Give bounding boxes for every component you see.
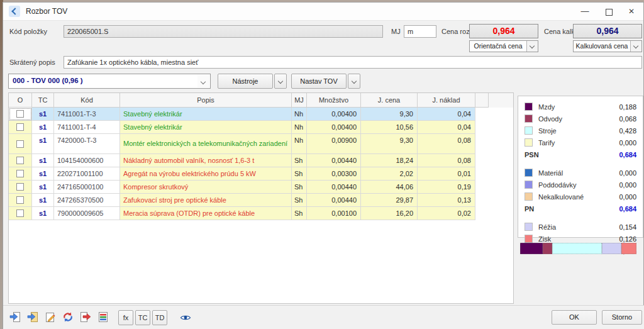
table-row[interactable]: s17420000-T-3Montér elektronických a tel… <box>9 134 513 154</box>
color-swatch <box>525 192 533 201</box>
column-header-o[interactable]: O <box>9 93 32 108</box>
table-row[interactable]: s1790000009605Meracia súprava (OTDR) pre… <box>9 207 513 220</box>
chevron-down-icon <box>197 75 209 87</box>
legend-value: 0,000 <box>619 169 636 177</box>
column-header-j-n-klad[interactable]: J. náklad <box>418 93 475 108</box>
mj-cell: Sh <box>292 194 307 207</box>
maximize-button[interactable] <box>598 3 619 20</box>
row-checkbox[interactable] <box>16 123 24 131</box>
o-cell <box>9 181 32 194</box>
storno-button[interactable]: Storno <box>602 310 642 325</box>
column-header-mno-stvo[interactable]: Množstvo <box>307 93 361 108</box>
legend-value: 0,068 <box>619 115 636 123</box>
table-body: s17411001-T-3Stavebný elektrikárNh0,0040… <box>9 108 513 220</box>
j-naklad-cell: 0,08 <box>418 134 475 154</box>
screen: Rozbor TOV — ✕ Kód položky 220065001.S M… <box>0 0 644 329</box>
mj-cell: Sh <box>292 207 307 220</box>
legend-item: Mzdy0,188 <box>525 101 636 113</box>
export-icon[interactable] <box>80 311 91 323</box>
tc-cell: s1 <box>32 108 54 121</box>
j-cena-cell: 44,06 <box>361 181 418 194</box>
popis-cell: Meracia súprava (OTDR) pre optické káble <box>120 207 292 220</box>
nastroje-button[interactable]: Nástroje <box>218 74 273 89</box>
legend-item: Poddodávky0,000 <box>525 179 636 191</box>
skrateny-popis-field[interactable]: Zafúkanie 1x optického kábla, miestna si… <box>64 56 642 69</box>
legend-value: 0,126 <box>619 235 636 243</box>
tc-cell: s1 <box>32 207 54 220</box>
kod-cell: 790000009605 <box>54 207 120 220</box>
list-icon[interactable] <box>97 311 109 323</box>
edit-icon[interactable] <box>45 311 56 323</box>
o-cell <box>9 207 32 220</box>
j-naklad-cell: 0,19 <box>418 181 475 194</box>
minimize-button[interactable]: — <box>574 3 596 20</box>
table-row[interactable]: s1104154000600Nákladný automobil valník,… <box>9 154 513 167</box>
j-cena-cell: 10,56 <box>361 121 418 134</box>
row-checkbox[interactable] <box>16 196 24 204</box>
color-swatch <box>525 103 533 111</box>
back-button[interactable] <box>9 6 20 17</box>
cost-distribution-bar <box>520 243 641 254</box>
nastav-tov-dropdown-button[interactable] <box>348 74 360 89</box>
row-checkbox[interactable] <box>16 183 24 191</box>
tc-cell: s1 <box>32 194 54 207</box>
legend-label: Poddodávky <box>538 181 619 189</box>
column-header-popis[interactable]: Popis <box>120 93 292 108</box>
window-title: Rozbor TOV <box>26 7 67 16</box>
eye-icon[interactable] <box>180 312 191 323</box>
mnozstvo-cell: 0,00400 <box>307 121 361 134</box>
cena-rozp-value: 0,964 <box>469 24 538 38</box>
row-checkbox[interactable] <box>16 110 24 118</box>
import-catalog-icon[interactable] <box>27 311 38 323</box>
mj-label: MJ <box>391 28 401 35</box>
fx-button[interactable]: fx <box>118 310 133 325</box>
column-header-j-cena[interactable]: J. cena <box>361 93 418 108</box>
table-row[interactable]: s17411001-T-3Stavebný elektrikárNh0,0040… <box>9 108 513 121</box>
column-header-k-d[interactable]: Kód <box>54 93 120 108</box>
import-row-icon[interactable] <box>9 311 21 323</box>
column-header-tc[interactable]: TC <box>32 93 54 108</box>
legend-label: Odvody <box>538 115 619 123</box>
cena-kalk-mode-select[interactable]: Kalkulovaná cena <box>573 40 642 52</box>
legend-item: Réžia0,154 <box>525 221 636 233</box>
mj-field[interactable]: m <box>404 25 436 38</box>
kod-polozky-field[interactable]: 220065001.S <box>64 25 383 38</box>
o-cell <box>9 108 32 121</box>
j-cena-cell: 16,20 <box>361 207 418 220</box>
table-row[interactable]: s1220271001100Agregát na výrobu elektric… <box>9 167 513 181</box>
tov-select[interactable]: 000 - TOV 000 (0,96 ) <box>8 74 211 89</box>
column-header-mj[interactable]: MJ <box>292 93 307 108</box>
table-row[interactable]: s1247265370500Zafukovací stroj pre optic… <box>9 194 513 207</box>
nastav-tov-button[interactable]: Nastav TOV <box>291 74 347 89</box>
kod-cell: 7411001-T-3 <box>54 108 120 121</box>
color-swatch <box>525 114 533 123</box>
j-cena-cell: 9,30 <box>361 108 418 121</box>
mj-cell: Sh <box>292 181 307 194</box>
row-checkbox[interactable] <box>16 209 24 217</box>
mnozstvo-cell: 0,00440 <box>307 194 361 207</box>
cena-rozp-mode-select[interactable]: Orientačná cena <box>469 40 538 52</box>
refresh-icon[interactable] <box>62 311 74 323</box>
color-swatch <box>525 181 533 189</box>
table-row[interactable]: s1247165000100Kompresor skrutkovýSh0,004… <box>9 181 513 194</box>
mj-cell: Nh <box>292 134 307 154</box>
legend-label: Nekalkulované <box>538 193 619 201</box>
ok-button[interactable]: OK <box>552 310 597 325</box>
table-row[interactable]: s17411001-T-4Stavebný elektrikárNh0,0040… <box>9 121 513 134</box>
j-naklad-cell: 0,13 <box>418 194 475 207</box>
kod-cell: 104154000600 <box>54 154 120 167</box>
nastroje-dropdown-button[interactable] <box>274 74 287 89</box>
row-checkbox[interactable] <box>16 140 24 148</box>
row-checkbox[interactable] <box>16 157 24 164</box>
close-button[interactable]: ✕ <box>621 3 642 20</box>
color-swatch <box>525 235 533 243</box>
mnozstvo-cell: 0,00900 <box>307 134 361 154</box>
td-button[interactable]: TD <box>152 310 167 325</box>
legend-value: 0,188 <box>619 103 636 111</box>
tc-button[interactable]: TC <box>135 310 150 325</box>
tov-select-value: 000 - TOV 000 (0,96 ) <box>13 77 83 84</box>
row-checkbox[interactable] <box>16 170 24 177</box>
cost-bar-segment-mzdy <box>520 243 543 254</box>
chevron-down-icon <box>526 41 538 52</box>
legend-total-value: 0,684 <box>619 205 636 213</box>
